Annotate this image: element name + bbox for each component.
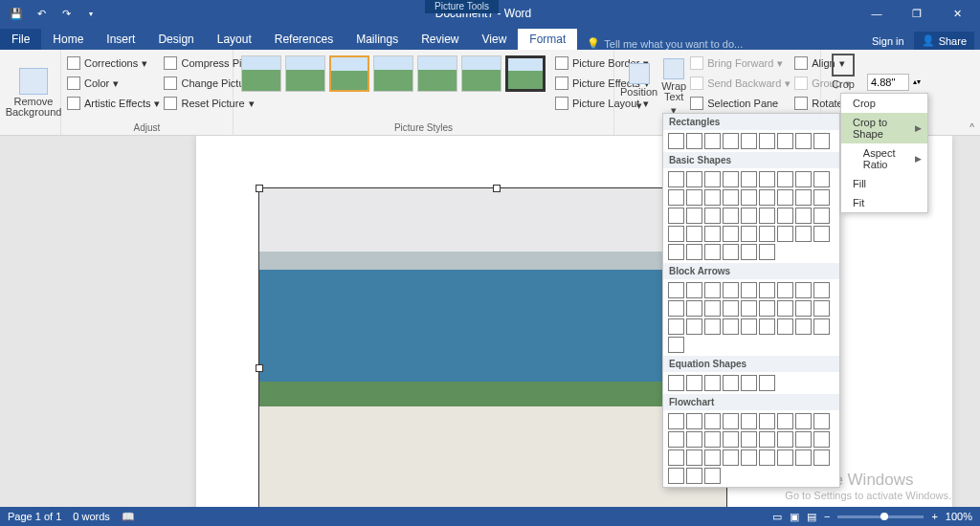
shape-option[interactable]: [686, 375, 702, 391]
shape-option[interactable]: [704, 282, 721, 298]
shape-option[interactable]: [795, 226, 812, 242]
shape-option[interactable]: [741, 431, 757, 448]
shape-option[interactable]: [668, 171, 684, 187]
shape-option[interactable]: [723, 431, 739, 448]
shape-option[interactable]: [759, 208, 775, 224]
shape-option[interactable]: [668, 208, 684, 224]
shape-option[interactable]: [686, 226, 702, 242]
shape-option[interactable]: [741, 244, 757, 260]
shape-option[interactable]: [795, 449, 812, 466]
shape-option[interactable]: [704, 133, 721, 149]
style-thumb[interactable]: [241, 55, 281, 92]
shape-option[interactable]: [686, 133, 702, 149]
shape-option[interactable]: [686, 431, 702, 448]
shape-option[interactable]: [795, 282, 812, 298]
page-count[interactable]: Page 1 of 1: [8, 511, 61, 522]
shape-option[interactable]: [759, 449, 775, 466]
shape-option[interactable]: [813, 226, 830, 242]
shape-option[interactable]: [741, 171, 757, 187]
shape-option[interactable]: [723, 244, 739, 260]
share-button[interactable]: 👤Share: [914, 32, 974, 50]
shape-option[interactable]: [795, 171, 812, 187]
shape-option[interactable]: [813, 171, 830, 187]
shape-option[interactable]: [813, 413, 830, 429]
shape-option[interactable]: [704, 244, 721, 260]
shape-option[interactable]: [704, 449, 721, 466]
shape-option[interactable]: [686, 244, 702, 260]
artistic-effects-button[interactable]: Artistic Effects ▾: [67, 94, 160, 113]
shape-option[interactable]: [813, 449, 830, 466]
shape-option[interactable]: [777, 208, 793, 224]
shape-option[interactable]: [741, 318, 757, 335]
tab-format[interactable]: Format: [518, 29, 577, 50]
shape-option[interactable]: [741, 282, 757, 298]
shape-option[interactable]: [741, 449, 757, 466]
qat-customize-icon[interactable]: ▾: [80, 3, 101, 24]
style-thumb[interactable]: [505, 55, 546, 92]
shape-option[interactable]: [777, 226, 793, 242]
resize-handle[interactable]: [493, 185, 501, 192]
shape-option[interactable]: [795, 133, 812, 149]
tab-home[interactable]: Home: [41, 29, 95, 50]
shape-option[interactable]: [686, 468, 702, 484]
shape-option[interactable]: [759, 133, 775, 149]
style-thumb[interactable]: [417, 55, 457, 92]
corrections-button[interactable]: Corrections ▾: [67, 54, 160, 73]
shape-option[interactable]: [704, 171, 721, 187]
shape-option[interactable]: [723, 282, 739, 298]
crop-menu-crop-to-shape[interactable]: Crop to Shape▶: [841, 113, 927, 143]
shape-option[interactable]: [759, 300, 775, 317]
style-thumb[interactable]: [285, 55, 325, 92]
shape-option[interactable]: [723, 171, 739, 187]
shape-option[interactable]: [668, 431, 684, 448]
shape-option[interactable]: [668, 413, 684, 429]
redo-icon[interactable]: ↷: [56, 3, 77, 24]
shape-option[interactable]: [668, 189, 684, 206]
tab-review[interactable]: Review: [410, 29, 470, 50]
shape-option[interactable]: [777, 282, 793, 298]
shape-option[interactable]: [813, 431, 830, 448]
tab-file[interactable]: File: [0, 29, 41, 50]
selected-picture[interactable]: [258, 187, 727, 526]
shape-option[interactable]: [813, 133, 830, 149]
shape-option[interactable]: [795, 318, 812, 335]
zoom-level[interactable]: 100%: [946, 511, 972, 522]
shape-option[interactable]: [704, 189, 721, 206]
spellcheck-icon[interactable]: 📖: [122, 511, 135, 523]
crop-menu-crop[interactable]: Crop: [841, 94, 927, 113]
style-thumb[interactable]: [373, 55, 413, 92]
shape-option[interactable]: [668, 300, 684, 317]
shape-option[interactable]: [795, 189, 812, 206]
shape-option[interactable]: [686, 171, 702, 187]
shape-option[interactable]: [777, 449, 793, 466]
shape-option[interactable]: [813, 318, 830, 335]
shape-option[interactable]: [686, 208, 702, 224]
tab-design[interactable]: Design: [146, 29, 205, 50]
crop-menu-fill[interactable]: Fill: [841, 174, 927, 193]
shape-option[interactable]: [741, 208, 757, 224]
shape-option[interactable]: [813, 208, 830, 224]
shape-option[interactable]: [777, 318, 793, 335]
shape-option[interactable]: [668, 244, 684, 260]
height-field[interactable]: ▴▾: [863, 74, 921, 91]
shape-option[interactable]: [704, 226, 721, 242]
crop-menu-fit[interactable]: Fit: [841, 193, 927, 212]
shape-option[interactable]: [777, 171, 793, 187]
shape-option[interactable]: [723, 189, 739, 206]
tab-references[interactable]: References: [263, 29, 345, 50]
undo-icon[interactable]: ↶: [31, 3, 52, 24]
collapse-ribbon-icon[interactable]: ^: [969, 122, 974, 133]
shape-option[interactable]: [759, 375, 775, 391]
shape-option[interactable]: [668, 318, 684, 335]
sign-in-link[interactable]: Sign in: [872, 35, 904, 47]
shape-option[interactable]: [668, 468, 684, 484]
shape-option[interactable]: [777, 300, 793, 317]
shape-option[interactable]: [759, 244, 775, 260]
view-web-icon[interactable]: ▤: [807, 511, 816, 523]
shape-option[interactable]: [741, 413, 757, 429]
style-thumb[interactable]: [461, 55, 501, 92]
shape-option[interactable]: [777, 431, 793, 448]
shape-option[interactable]: [704, 208, 721, 224]
shape-option[interactable]: [668, 282, 684, 298]
shape-option[interactable]: [704, 431, 721, 448]
